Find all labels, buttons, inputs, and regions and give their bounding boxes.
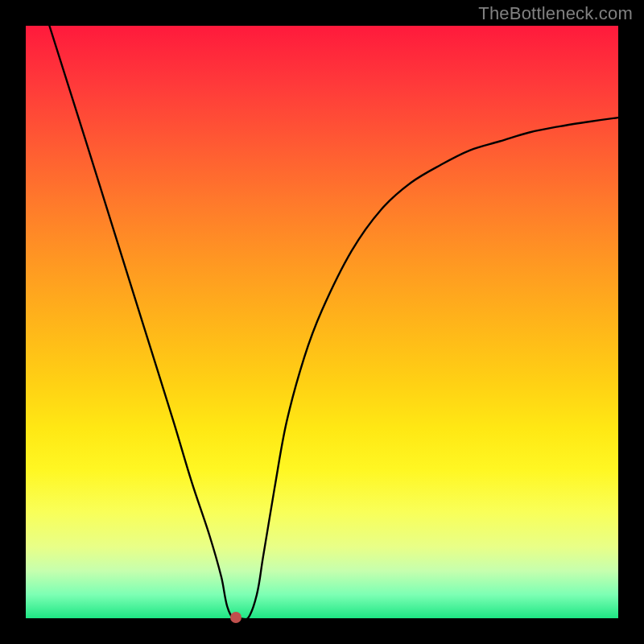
chart-canvas: TheBottleneck.com	[0, 0, 644, 644]
bottleneck-curve	[26, 26, 618, 618]
watermark-text: TheBottleneck.com	[478, 3, 633, 24]
optimal-point-marker	[230, 612, 242, 623]
plot-area	[26, 26, 618, 618]
